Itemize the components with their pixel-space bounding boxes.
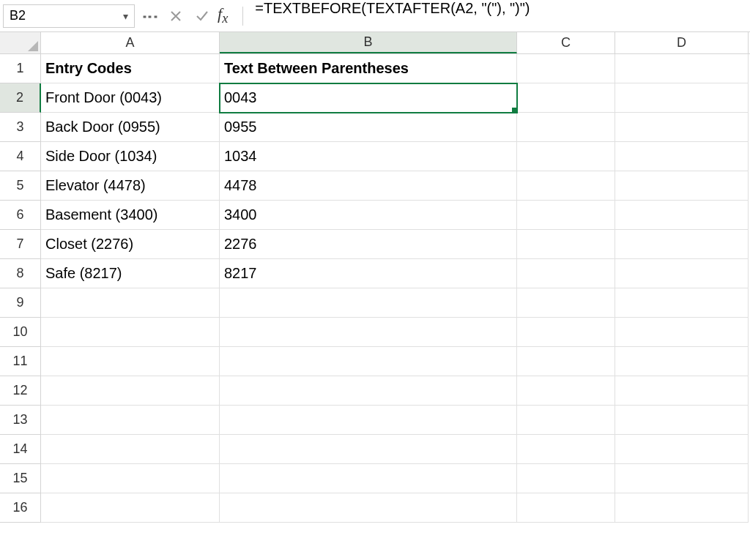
row-header[interactable]: 10 [0,318,41,347]
cell-D10[interactable] [615,318,749,347]
cell-D9[interactable] [615,288,749,318]
cell-A9[interactable] [41,288,220,318]
check-icon [195,9,209,23]
row-header[interactable]: 11 [0,347,41,376]
chevron-down-icon[interactable]: ▾ [123,10,128,22]
cell-A5[interactable]: Elevator (4478) [41,171,220,201]
cell-D13[interactable] [615,406,749,435]
cell-A1[interactable]: Entry Codes [41,54,220,83]
cell-D4[interactable] [615,142,749,171]
cell-C12[interactable] [517,376,615,406]
row-header[interactable]: 1 [0,54,41,83]
cell-C1[interactable] [517,54,615,83]
cell-B10[interactable] [220,318,517,347]
cell-A3[interactable]: Back Door (0955) [41,113,220,142]
cell-D7[interactable] [615,230,749,259]
cell-C4[interactable] [517,142,615,171]
cell-D1[interactable] [615,54,749,83]
row-header[interactable]: 4 [0,142,41,171]
cell-B4[interactable]: 1034 [220,142,517,171]
row-header[interactable]: 12 [0,376,41,406]
select-all-corner[interactable] [0,32,41,53]
cell-B15[interactable] [220,464,517,493]
formula-input[interactable]: =TEXTBEFORE(TEXTAFTER(A2, "("), ")") [252,0,747,31]
row-header[interactable]: 8 [0,259,41,288]
cell-C10[interactable] [517,318,615,347]
row-header[interactable]: 13 [0,406,41,435]
cell-C3[interactable] [517,113,615,142]
cell-A6[interactable]: Basement (3400) [41,201,220,230]
cell-D5[interactable] [615,171,749,201]
cell-B5[interactable]: 4478 [220,171,517,201]
row-header[interactable]: 16 [0,493,41,523]
cell-C5[interactable] [517,171,615,201]
row-header[interactable]: 3 [0,113,41,142]
cell-B16[interactable] [220,493,517,523]
col-header-B[interactable]: B [220,32,517,53]
fx-icon[interactable]: fx [218,4,228,26]
cell-B14[interactable] [220,435,517,464]
row-header[interactable]: 15 [0,464,41,493]
cell-C14[interactable] [517,435,615,464]
cell-D15[interactable] [615,464,749,493]
cell-C15[interactable] [517,464,615,493]
cell-C13[interactable] [517,406,615,435]
cell-B3[interactable]: 0955 [220,113,517,142]
cell-A15[interactable] [41,464,220,493]
row-header[interactable]: 14 [0,435,41,464]
cancel-formula-button[interactable] [165,5,187,27]
cell-D2[interactable] [615,83,749,113]
drag-handle-icon[interactable]: ⋮ [141,8,160,23]
table-row: 6 Basement (3400) 3400 [0,201,750,230]
cell-C16[interactable] [517,493,615,523]
cell-D12[interactable] [615,376,749,406]
cell-B11[interactable] [220,347,517,376]
cell-C9[interactable] [517,288,615,318]
col-header-A[interactable]: A [41,32,220,53]
cell-D8[interactable] [615,259,749,288]
table-row: 8 Safe (8217) 8217 [0,259,750,288]
cell-D6[interactable] [615,201,749,230]
cell-D11[interactable] [615,347,749,376]
row-header[interactable]: 2 [0,83,41,113]
table-row: 15 [0,464,750,493]
cell-C2[interactable] [517,83,615,113]
table-row: 5 Elevator (4478) 4478 [0,171,750,201]
row-header[interactable]: 5 [0,171,41,201]
cell-A10[interactable] [41,318,220,347]
cell-C6[interactable] [517,201,615,230]
col-header-D[interactable]: D [615,32,749,53]
cell-B2[interactable]: 0043 [220,83,517,113]
cell-A2[interactable]: Front Door (0043) [41,83,220,113]
col-header-C[interactable]: C [517,32,615,53]
cell-A16[interactable] [41,493,220,523]
cell-B1[interactable]: Text Between Parentheses [220,54,517,83]
cell-A12[interactable] [41,376,220,406]
cell-A14[interactable] [41,435,220,464]
row-header[interactable]: 9 [0,288,41,318]
cell-C7[interactable] [517,230,615,259]
cell-A11[interactable] [41,347,220,376]
cell-B9[interactable] [220,288,517,318]
name-box[interactable]: B2 ▾ [3,4,135,28]
cell-B6[interactable]: 3400 [220,201,517,230]
cell-C8[interactable] [517,259,615,288]
cell-B8[interactable]: 8217 [220,259,517,288]
cell-B13[interactable] [220,406,517,435]
row-header[interactable]: 7 [0,230,41,259]
cell-B7[interactable]: 2276 [220,230,517,259]
cell-A13[interactable] [41,406,220,435]
cell-D3[interactable] [615,113,749,142]
cell-C11[interactable] [517,347,615,376]
row-header[interactable]: 6 [0,201,41,230]
cell-A7[interactable]: Closet (2276) [41,230,220,259]
cell-B12[interactable] [220,376,517,406]
cell-A8[interactable]: Safe (8217) [41,259,220,288]
cell-A4[interactable]: Side Door (1034) [41,142,220,171]
table-row: 7 Closet (2276) 2276 [0,230,750,259]
accept-formula-button[interactable] [191,5,213,27]
cell-D16[interactable] [615,493,749,523]
x-icon [169,10,182,23]
cell-D14[interactable] [615,435,749,464]
table-row: 13 [0,406,750,435]
